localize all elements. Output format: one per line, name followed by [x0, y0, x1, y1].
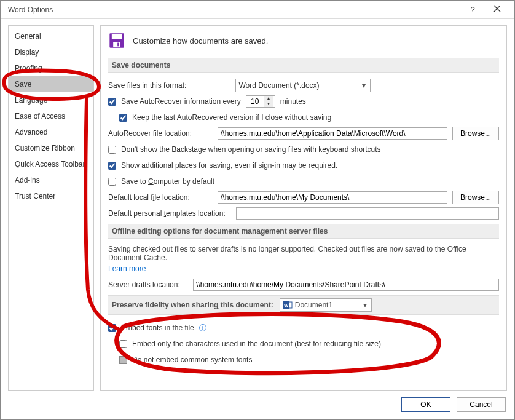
default-local-input[interactable] [218, 191, 447, 204]
save-to-computer-checkbox[interactable] [108, 178, 116, 186]
save-format-label: Save files in this format: [108, 81, 186, 90]
chevron-down-icon: ▾ [360, 301, 370, 309]
do-not-embed-common-checkbox[interactable] [119, 356, 127, 364]
cancel-button[interactable]: Cancel [457, 397, 506, 412]
row-save-format: Save files in this format: Word Document… [108, 79, 499, 92]
embed-fonts-label: Embed fonts in the file [121, 323, 194, 332]
offline-note: Saving checked out files to server draft… [108, 245, 499, 262]
sidebar-item-save[interactable]: Save [9, 76, 93, 92]
ar-browse-button[interactable]: Browse... [452, 127, 499, 140]
dont-show-backstage-label: Don't show the Backstage when opening or… [121, 145, 381, 154]
learn-more-link[interactable]: Learn more [108, 264, 146, 273]
ok-button[interactable]: OK [401, 397, 450, 412]
sidebar-item-quick-access-toolbar[interactable]: Quick Access Toolbar [9, 156, 93, 172]
autorecover-minutes-unit: minutes [280, 97, 306, 106]
embed-only-chars-checkbox[interactable] [119, 340, 127, 348]
sidebar-item-addins[interactable]: Add-ins [9, 172, 93, 188]
row-dont-show-backstage: Don't show the Backstage when opening or… [108, 143, 499, 156]
autorecover-label: Save AutoRecover information every [121, 97, 241, 106]
document-target-value: Document1 [295, 301, 332, 309]
titlebar: Word Options ? [1, 1, 514, 19]
content-pane: Customize how documents are saved. Save … [100, 25, 507, 391]
embed-fonts-checkbox[interactable] [108, 324, 116, 332]
section-save-documents: Save documents [108, 58, 499, 73]
server-drafts-input[interactable] [193, 279, 499, 291]
svg-rect-3 [117, 43, 119, 47]
document-target-select[interactable]: W Document1 ▾ [280, 298, 372, 312]
svg-rect-6 [289, 302, 292, 308]
word-doc-icon: W [283, 300, 293, 310]
autorecover-minutes-input[interactable] [246, 96, 264, 107]
section-preserve-fidelity: Preserve fidelity when sharing this docu… [108, 295, 499, 315]
row-embed-only-chars: Embed only the characters used in the do… [108, 337, 499, 351]
page-headline: Customize how documents are saved. [133, 36, 268, 46]
dialog-body: General Display Proofing Save Language E… [1, 19, 514, 391]
spin-down-icon[interactable]: ▾ [264, 101, 273, 107]
do-not-embed-common-label: Do not embed common system fonts [132, 355, 252, 364]
save-format-select[interactable]: Word Document (*.docx) ▾ [235, 79, 371, 92]
sidebar-item-advanced[interactable]: Advanced [9, 124, 93, 140]
row-default-local: Default local file location: Browse... [108, 191, 499, 204]
row-show-additional: Show additional places for saving, even … [108, 159, 499, 172]
svg-rect-2 [113, 42, 120, 47]
autorecover-checkbox[interactable] [108, 98, 116, 106]
sidebar-item-language[interactable]: Language [9, 92, 93, 108]
embed-only-chars-label: Embed only the characters used in the do… [132, 339, 381, 348]
help-button[interactable]: ? [460, 5, 485, 14]
dialog-footer: OK Cancel [1, 391, 514, 419]
dont-show-backstage-checkbox[interactable] [108, 146, 116, 154]
chevron-down-icon: ▾ [359, 81, 369, 90]
row-do-not-embed-common: Do not embed common system fonts [108, 353, 499, 367]
row-default-templates: Default personal templates location: [108, 207, 499, 220]
ar-location-label: AutoRecover file location: [108, 129, 213, 138]
sidebar-item-proofing[interactable]: Proofing [9, 60, 93, 76]
section-offline-editing: Offline editing options for document man… [108, 224, 499, 239]
window-title: Word Options [8, 6, 460, 14]
default-local-browse-button[interactable]: Browse... [452, 191, 499, 204]
row-autorecover: Save AutoRecover information every ▴▾ mi… [108, 95, 499, 108]
sidebar-item-display[interactable]: Display [9, 44, 93, 60]
show-additional-label: Show additional places for saving, even … [121, 161, 337, 170]
autorecover-minutes-spinner[interactable]: ▴▾ [246, 95, 275, 108]
row-keep-last: Keep the last AutoRecovered version if I… [108, 111, 499, 124]
svg-text:W: W [284, 303, 289, 308]
save-format-value: Word Document (*.docx) [238, 81, 319, 90]
row-embed-fonts: Embed fonts in the file i [108, 321, 499, 335]
info-icon[interactable]: i [199, 324, 206, 331]
page-header: Customize how documents are saved. [108, 32, 499, 49]
preserve-fidelity-label: Preserve fidelity when sharing this docu… [112, 301, 273, 309]
show-additional-checkbox[interactable] [108, 162, 116, 170]
save-icon [108, 32, 125, 49]
server-drafts-label: Server drafts location: [108, 280, 188, 289]
svg-rect-1 [112, 34, 122, 39]
keep-last-checkbox[interactable] [119, 114, 127, 122]
default-local-label: Default local file location: [108, 193, 213, 202]
sidebar-item-ease-of-access[interactable]: Ease of Access [9, 108, 93, 124]
row-save-to-computer: Save to Computer by default [108, 175, 499, 188]
ar-location-input[interactable] [218, 127, 447, 140]
sidebar-item-general[interactable]: General [9, 28, 93, 44]
sidebar-item-customize-ribbon[interactable]: Customize Ribbon [9, 140, 93, 156]
close-button[interactable] [485, 5, 509, 14]
row-ar-location: AutoRecover file location: Browse... [108, 127, 499, 140]
word-options-dialog: Word Options ? General Display Proofing … [0, 0, 515, 420]
sidebar-item-trust-center[interactable]: Trust Center [9, 188, 93, 204]
row-server-drafts: Server drafts location: [108, 278, 499, 291]
default-templates-label: Default personal templates location: [108, 209, 231, 218]
save-to-computer-label: Save to Computer by default [121, 177, 214, 186]
keep-last-label: Keep the last AutoRecovered version if I… [132, 113, 331, 122]
default-templates-input[interactable] [236, 207, 499, 220]
category-sidebar: General Display Proofing Save Language E… [8, 25, 94, 391]
